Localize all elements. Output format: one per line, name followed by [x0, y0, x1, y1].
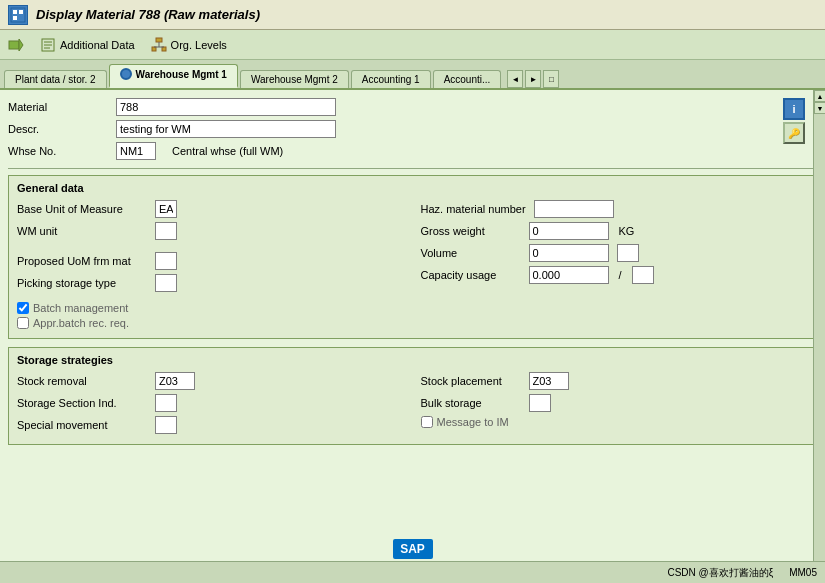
storage-strategies-left: Stock removal Storage Section Ind. Speci… — [17, 372, 405, 438]
svg-rect-3 — [13, 16, 17, 20]
tab-plant-data[interactable]: Plant data / stor. 2 — [4, 70, 107, 88]
org-levels-label: Org. Levels — [171, 39, 227, 51]
info-button[interactable]: i — [783, 98, 805, 120]
whse-label: Whse No. — [8, 145, 108, 157]
gross-weight-unit: KG — [619, 225, 635, 237]
app-icon — [8, 5, 28, 25]
tab-menu[interactable]: □ — [543, 70, 559, 88]
stock-removal-row: Stock removal — [17, 372, 405, 390]
key-button[interactable]: 🔑 — [783, 122, 805, 144]
scrollbar-up[interactable]: ▲ — [814, 90, 825, 102]
page-title: Display Material 788 (Raw materials) — [36, 7, 260, 22]
general-data-section: General data Base Unit of Measure WM uni… — [8, 175, 817, 339]
proposed-uom-label: Proposed UoM frm mat — [17, 255, 147, 267]
general-data-title: General data — [17, 182, 808, 194]
special-movement-label: Special movement — [17, 419, 147, 431]
tab-scroll-right[interactable]: ► — [525, 70, 541, 88]
svg-marker-5 — [19, 39, 23, 51]
material-input[interactable] — [116, 98, 336, 116]
sap-logo: SAP — [393, 539, 433, 559]
back-button[interactable] — [8, 37, 24, 53]
whse-row: Whse No. Central whse (full WM) — [8, 142, 817, 160]
scrollbar[interactable]: ▲ ▼ — [813, 90, 825, 583]
storage-section-row: Storage Section Ind. — [17, 394, 405, 412]
svg-rect-12 — [162, 47, 166, 51]
picking-storage-input[interactable] — [155, 274, 177, 292]
wm-unit-input[interactable] — [155, 222, 177, 240]
additional-data-label: Additional Data — [60, 39, 135, 51]
bulk-storage-input[interactable] — [529, 394, 551, 412]
tab-warehouse-mgmt-1[interactable]: Warehouse Mgmt 1 — [109, 64, 238, 88]
org-levels-button[interactable]: Org. Levels — [151, 37, 227, 53]
tab-accounting-more[interactable]: Accounti... — [433, 70, 502, 88]
special-movement-row: Special movement — [17, 416, 405, 434]
additional-data-button[interactable]: Additional Data — [40, 37, 135, 53]
tab-warehouse-mgmt-2[interactable]: Warehouse Mgmt 2 — [240, 70, 349, 88]
batch-mgmt-row: Batch management — [17, 302, 405, 314]
bulk-storage-label: Bulk storage — [421, 397, 521, 409]
org-levels-icon — [151, 37, 167, 53]
sap-logo-area: SAP — [393, 539, 433, 559]
wm-unit-label: WM unit — [17, 225, 147, 237]
storage-section-input[interactable] — [155, 394, 177, 412]
scrollbar-down[interactable]: ▼ — [814, 102, 825, 114]
title-bar: Display Material 788 (Raw materials) — [0, 0, 825, 30]
storage-strategies-right: Stock placement Bulk storage Message to … — [421, 372, 809, 438]
proposed-uom-row: Proposed UoM frm mat — [17, 252, 405, 270]
proposed-uom-input[interactable] — [155, 252, 177, 270]
volume-unit-input[interactable] — [617, 244, 639, 262]
material-row: Material — [8, 98, 817, 116]
csdn-text: CSDN @喜欢打酱油的ξ — [667, 566, 773, 580]
wm-unit-row: WM unit — [17, 222, 405, 240]
svg-rect-2 — [19, 10, 23, 14]
storage-strategies-section: Storage strategies Stock removal Storage… — [8, 347, 817, 445]
tab-navigation: ◄ ► □ — [507, 70, 559, 88]
haz-material-label: Haz. material number — [421, 203, 526, 215]
status-code: MM05 — [789, 567, 817, 578]
whse-input[interactable] — [116, 142, 156, 160]
main-content: i 🔑 Material Descr. Whse No. Central whs… — [0, 90, 825, 583]
message-to-im-row: Message to IM — [421, 416, 809, 428]
descr-label: Descr. — [8, 123, 108, 135]
appr-batch-row: Appr.batch rec. req. — [17, 317, 405, 329]
base-unit-row: Base Unit of Measure — [17, 200, 405, 218]
back-icon — [8, 37, 24, 53]
storage-strategies-title: Storage strategies — [17, 354, 808, 366]
descr-row: Descr. — [8, 120, 817, 138]
batch-mgmt-checkbox[interactable] — [17, 302, 29, 314]
gross-weight-row: Gross weight KG — [421, 222, 809, 240]
svg-rect-1 — [13, 10, 17, 14]
appr-batch-checkbox[interactable] — [17, 317, 29, 329]
toolbar: Additional Data Org. Levels — [0, 30, 825, 60]
base-unit-input[interactable] — [155, 200, 177, 218]
status-bar: CSDN @喜欢打酱油的ξ MM05 — [0, 561, 825, 583]
descr-input[interactable] — [116, 120, 336, 138]
volume-label: Volume — [421, 247, 521, 259]
haz-material-input[interactable] — [534, 200, 614, 218]
capacity-row: Capacity usage / — [421, 266, 809, 284]
special-movement-input[interactable] — [155, 416, 177, 434]
capacity-unit-input[interactable] — [632, 266, 654, 284]
capacity-input[interactable] — [529, 266, 609, 284]
stock-placement-input[interactable] — [529, 372, 569, 390]
appr-batch-label: Appr.batch rec. req. — [33, 317, 129, 329]
svg-rect-10 — [156, 38, 162, 42]
action-buttons: i 🔑 — [783, 98, 805, 144]
message-to-im-checkbox[interactable] — [421, 416, 433, 428]
gross-weight-input[interactable] — [529, 222, 609, 240]
tab-scroll-left[interactable]: ◄ — [507, 70, 523, 88]
capacity-sep: / — [619, 269, 622, 281]
volume-input[interactable] — [529, 244, 609, 262]
tab-accounting-1[interactable]: Accounting 1 — [351, 70, 431, 88]
general-data-right: Haz. material number Gross weight KG Vol… — [421, 200, 809, 332]
general-data-left: Base Unit of Measure WM unit Proposed Uo… — [17, 200, 405, 332]
capacity-label: Capacity usage — [421, 269, 521, 281]
storage-strategies-columns: Stock removal Storage Section Ind. Speci… — [17, 372, 808, 438]
picking-storage-label: Picking storage type — [17, 277, 147, 289]
general-data-columns: Base Unit of Measure WM unit Proposed Uo… — [17, 200, 808, 332]
stock-placement-row: Stock placement — [421, 372, 809, 390]
whse-desc: Central whse (full WM) — [172, 145, 283, 157]
message-to-im-label: Message to IM — [437, 416, 509, 428]
volume-row: Volume — [421, 244, 809, 262]
stock-removal-input[interactable] — [155, 372, 195, 390]
